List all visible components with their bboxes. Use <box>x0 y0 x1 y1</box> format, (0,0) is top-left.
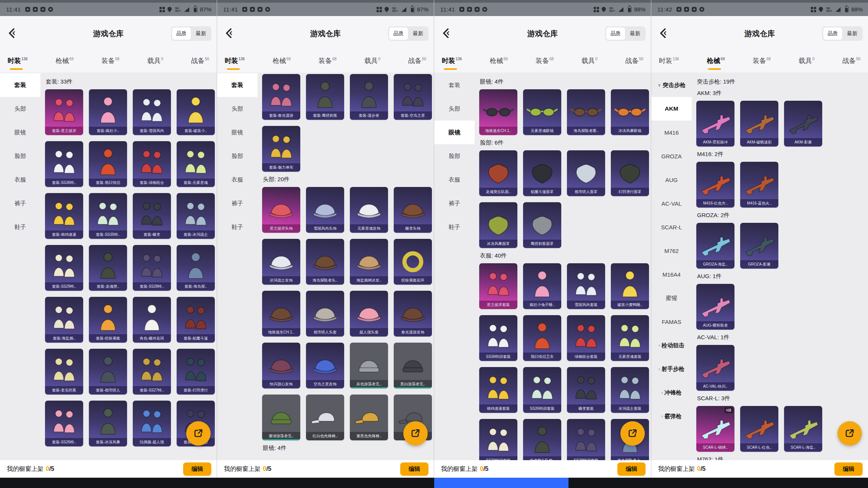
item-card[interactable]: 套装-SS28特.. <box>133 245 171 291</box>
item-card[interactable]: 空岛之星发饰 <box>306 343 344 388</box>
item-card[interactable]: 套装-萌鸡速递 <box>45 193 83 239</box>
filter-chip-latest[interactable]: 最新 <box>409 27 427 40</box>
sidebar-item-眼镜[interactable]: 眼镜 <box>0 121 40 144</box>
filter-chip-quality[interactable]: 品质 <box>389 27 408 40</box>
item-card[interactable]: 套装-SS36特.. <box>45 141 83 187</box>
item-card[interactable]: 套装-缤纷果酱 <box>89 297 127 343</box>
item-card[interactable]: SS36特训套装 <box>479 315 517 361</box>
tab-时装[interactable]: 时装136 <box>658 54 680 68</box>
item-card[interactable]: AKM-霓彩脉冲 <box>696 101 734 147</box>
sidebar-item-鞋子[interactable]: 鞋子 <box>217 215 258 239</box>
sidebar-item-鞋子[interactable]: 鞋子 <box>0 215 40 239</box>
sidebar-item-裤子[interactable]: 裤子 <box>434 192 475 215</box>
filter-chip-quality[interactable]: 品质 <box>823 27 842 40</box>
item-card[interactable]: 套装-龙魂突.. <box>89 245 127 291</box>
tab-时装[interactable]: 时装136 <box>441 54 463 68</box>
item-card[interactable]: 海岛探险者墨.. <box>567 89 605 135</box>
tab-战备[interactable]: 战备50 <box>190 54 210 68</box>
item-card[interactable]: 海岛探险者头.. <box>306 239 344 285</box>
item-card[interactable]: 地铁逃生CH.1.. <box>479 89 517 135</box>
item-card[interactable]: 套装-蝶变 <box>133 193 171 239</box>
item-card[interactable]: 套装-幻羽潜行 <box>177 349 215 395</box>
item-card[interactable]: GROZA-影遁 <box>740 223 778 269</box>
sidebar-item-脸部[interactable]: 脸部 <box>434 144 475 168</box>
share-showcase-button[interactable] <box>403 421 428 446</box>
item-card[interactable]: 5级SCAR-L-锦绣.. <box>696 406 734 452</box>
item-card[interactable]: AKM-破晓迷彩 <box>740 101 778 147</box>
filter-chip-latest[interactable]: 最新 <box>192 27 210 40</box>
item-card[interactable]: 套装-冰冻风暴 <box>89 401 127 446</box>
sidebar-item-M416[interactable]: M416 <box>651 121 692 144</box>
sidebar-item-射手步枪[interactable]: ›射手步枪 <box>651 357 692 381</box>
sidebar-item-衣服[interactable]: 衣服 <box>217 168 258 192</box>
edit-button[interactable]: 编辑 <box>183 462 211 476</box>
item-card[interactable]: 套装-春光漫游 <box>262 74 300 120</box>
item-card[interactable]: 玩偶服-超人强 <box>133 401 171 446</box>
filter-chip-quality[interactable]: 品质 <box>606 27 625 40</box>
tab-战备[interactable]: 战备50 <box>842 54 861 68</box>
item-card[interactable]: 套装-SS29特.. <box>45 245 83 291</box>
sidebar-item-AUG[interactable]: AUG <box>651 168 692 192</box>
sidebar-item-套装[interactable]: 套装 <box>217 73 258 97</box>
sidebar-item-脸部[interactable]: 脸部 <box>217 144 258 168</box>
back-button[interactable] <box>657 27 670 40</box>
item-card[interactable]: 都市猎人面罩 <box>567 150 605 196</box>
item-card[interactable]: 雪国风尚头饰 <box>306 187 344 233</box>
back-button[interactable] <box>222 27 235 40</box>
share-showcase-button[interactable] <box>620 421 645 446</box>
item-card[interactable]: 绿格组合套装 <box>567 315 605 361</box>
tab-枪械[interactable]: 枪械69 <box>706 54 726 68</box>
item-card[interactable]: 星之彼岸头饰 <box>262 187 300 233</box>
sidebar-item-衣服[interactable]: 衣服 <box>0 168 40 192</box>
item-card[interactable]: 春光漫游发饰 <box>394 291 432 337</box>
item-card[interactable]: 套装-焰魔斗篷 <box>177 297 215 343</box>
item-card[interactable]: 疯狂小兔子睡.. <box>523 263 561 309</box>
item-card[interactable]: 蝶变头饰 <box>394 187 432 233</box>
item-card[interactable]: 黄黑色先锋棒.. <box>350 395 388 440</box>
item-card[interactable]: 套装-空岛之星 <box>394 74 432 120</box>
sidebar-item-套装[interactable]: 套装 <box>0 73 40 97</box>
item-card[interactable]: 套装-雪国风尚 <box>133 89 171 135</box>
edit-button[interactable]: 编辑 <box>617 462 646 476</box>
sidebar-item-套装[interactable]: 套装 <box>434 73 475 97</box>
item-card[interactable]: 套装-冰河战士 <box>177 193 215 239</box>
tab-装备[interactable]: 装备68 <box>752 54 771 68</box>
item-card[interactable]: SS28特训套装 <box>567 419 605 460</box>
sidebar-item-头部[interactable]: 头部 <box>434 97 475 121</box>
tab-载具[interactable]: 载具0 <box>581 54 598 68</box>
sidebar-item-AKM[interactable]: AKM <box>651 97 692 121</box>
item-card[interactable]: 冰冻风暴面罩 <box>479 202 517 248</box>
sidebar-item-冲锋枪[interactable]: ›冲锋枪 <box>651 381 692 404</box>
edit-button[interactable]: 编辑 <box>834 462 863 476</box>
item-card[interactable]: 蝶变套装 <box>567 367 605 413</box>
item-card[interactable]: 元素星魂套装 <box>611 315 649 361</box>
item-card[interactable]: AC-VAL-快闪.. <box>696 345 734 391</box>
item-card[interactable]: M416-蓝色火.. <box>740 162 778 208</box>
item-card[interactable]: 套装-海盐焗.. <box>45 297 83 343</box>
sidebar-item-裤子[interactable]: 裤子 <box>217 192 258 215</box>
item-card[interactable]: 鹰猎刺客面罩 <box>523 202 561 248</box>
item-card[interactable]: 冰河战士套装 <box>611 367 649 413</box>
sidebar-item-栓动狙击[interactable]: ›栓动狙击 <box>651 333 692 357</box>
tab-枪械[interactable]: 枪械69 <box>489 54 509 68</box>
item-card[interactable]: AUG-耀粉歌者 <box>696 284 734 330</box>
sidebar-item-裤子[interactable]: 裤子 <box>0 192 40 215</box>
sidebar-item-突击步枪[interactable]: ∨突击步枪 <box>651 73 692 97</box>
item-card[interactable]: 角色-蝶吟花词 <box>133 297 171 343</box>
tab-装备[interactable]: 装备68 <box>535 54 554 68</box>
item-card[interactable]: 焰魔斗篷面罩 <box>523 150 561 196</box>
filter-chip-quality[interactable]: 品质 <box>172 27 191 40</box>
item-card[interactable]: 都市猎人头套 <box>306 291 344 337</box>
sidebar-item-FAMAS[interactable]: FAMAS <box>651 310 692 333</box>
sidebar-item-M16A4[interactable]: M16A4 <box>651 263 692 286</box>
tab-装备[interactable]: 装备68 <box>318 54 337 68</box>
item-card[interactable]: 红白色先锋棒.. <box>306 395 344 440</box>
item-card[interactable]: 黑白游荡者无.. <box>394 343 432 388</box>
item-card[interactable]: 龙魂突击队面.. <box>479 150 517 196</box>
item-card[interactable]: 套装-破茧小.. <box>177 89 215 135</box>
sidebar-item-SCAR-L[interactable]: SCAR-L <box>651 215 692 239</box>
item-card[interactable]: 套装-星之彼岸 <box>45 89 83 135</box>
item-card[interactable]: 黄绿游荡者无.. <box>262 395 300 440</box>
item-card[interactable]: 地铁逃生CH.1.. <box>262 291 300 337</box>
item-card[interactable]: 套装-魅力单车 <box>262 126 300 172</box>
